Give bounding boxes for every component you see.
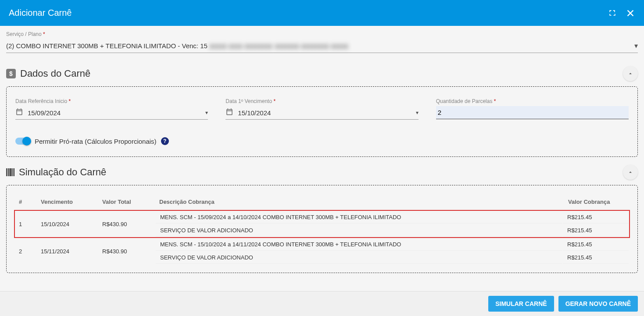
- dialog-header: Adicionar Carnê: [0, 0, 644, 26]
- table-subrow: MENS. SCM - 15/09/2024 a 14/10/2024 COMB…: [156, 211, 629, 224]
- servico-plano-field: Serviço / Plano * (2) COMBO INTERNET 300…: [6, 31, 638, 53]
- cell-descricao: MENS. SCM - 15/09/2024 a 14/10/2024 COMB…: [156, 211, 562, 224]
- cell-vencimento: 15/10/2024: [36, 210, 98, 238]
- cell-valor-cobranca: R$215.45: [563, 224, 629, 237]
- chevron-down-icon: ▾: [416, 110, 419, 116]
- cell-valor-total: R$430.90: [98, 238, 155, 265]
- gerar-novo-carne-button[interactable]: GERAR NOVO CARNÊ: [558, 296, 638, 312]
- col-vencimento: Vencimento: [36, 193, 98, 210]
- cell-valor-cobranca: R$215.45: [563, 238, 629, 251]
- cell-valor-cobranca: R$215.45: [563, 211, 629, 224]
- simulacao-section: Simulação do Carnê # Vencimento Valor To…: [6, 165, 638, 273]
- col-valor-cobranca: Valor Cobrança: [564, 193, 630, 210]
- table-row: 2 15/11/2024 R$430.90 MENS. SCM - 15/10/…: [14, 238, 630, 265]
- dialog-footer: SIMULAR CARNÊ GERAR NOVO CARNÊ: [0, 291, 644, 312]
- pro-rata-toggle-row: Permitir Pró-rata (Cálculos Proporcionai…: [15, 137, 629, 145]
- cell-valor-cobranca: R$215.45: [563, 252, 629, 264]
- data-vencimento-value: 15/10/2024: [238, 109, 415, 117]
- table-subrow: SERVIÇO DE VALOR ADICIONADO R$215.45: [156, 252, 629, 264]
- pro-rata-label: Permitir Pró-rata (Cálculos Proporcionai…: [35, 138, 157, 145]
- simular-carne-button[interactable]: SIMULAR CARNÊ: [488, 296, 554, 312]
- data-referencia-input[interactable]: 15/09/2024 ▾: [15, 106, 208, 120]
- calendar-icon: [225, 108, 233, 117]
- parcelas-field: Quantidade de Parcelas *: [436, 98, 629, 120]
- cell-descricao: SERVIÇO DE VALOR ADICIONADO: [156, 224, 562, 237]
- cell-descricao: MENS. SCM - 15/10/2024 a 14/11/2024 COMB…: [156, 238, 562, 251]
- collapse-simulacao-button[interactable]: [623, 165, 638, 180]
- col-descricao: Descrição Cobrança: [155, 193, 564, 210]
- simulacao-table: # Vencimento Valor Total Descrição Cobra…: [14, 193, 630, 265]
- calendar-icon: [15, 108, 23, 117]
- cell-vencimento: 15/11/2024: [36, 238, 98, 265]
- col-num: #: [14, 193, 36, 210]
- cell-num: 2: [14, 238, 36, 265]
- servico-plano-select[interactable]: (2) COMBO INTERNET 300MB + TELEFONIA ILI…: [6, 39, 638, 53]
- parcelas-label: Quantidade de Parcelas *: [436, 98, 629, 104]
- collapse-dados-button[interactable]: [623, 66, 638, 81]
- table-row: 1 15/10/2024 R$430.90 MENS. SCM - 15/09/…: [14, 210, 630, 238]
- data-vencimento-input[interactable]: 15/10/2024 ▾: [225, 106, 418, 120]
- data-vencimento-label: Data 1º Vencimento *: [225, 98, 418, 104]
- simulacao-title: Simulação do Carnê: [19, 167, 106, 178]
- cell-num: 1: [14, 210, 36, 238]
- servico-plano-label: Serviço / Plano *: [6, 31, 638, 37]
- data-referencia-value: 15/09/2024: [28, 109, 205, 117]
- col-valor-total: Valor Total: [98, 193, 155, 210]
- servico-plano-value: (2) COMBO INTERNET 300MB + TELEFONIA ILI…: [6, 42, 634, 50]
- pro-rata-toggle[interactable]: [15, 138, 30, 145]
- parcelas-input[interactable]: [436, 106, 629, 119]
- dados-carne-title: Dados do Carnê: [20, 68, 90, 79]
- data-referencia-label: Data Referência Inicio *: [15, 98, 208, 104]
- simulacao-panel: # Vencimento Valor Total Descrição Cobra…: [6, 185, 638, 273]
- cell-valor-total: R$430.90: [98, 210, 155, 238]
- dollar-icon: $: [6, 69, 16, 78]
- dados-carne-section: $ Dados do Carnê Data Referência Inicio …: [6, 66, 638, 157]
- barcode-icon: [6, 168, 14, 176]
- dados-carne-panel: Data Referência Inicio * 15/09/2024 ▾ Da…: [6, 86, 638, 157]
- header-actions: [608, 8, 635, 18]
- fullscreen-icon[interactable]: [608, 9, 617, 18]
- redacted-text: ▮▮▮▮▮ ▮▮▮▮ ▮▮▮▮▮▮▮▮ ▮▮▮▮▮▮▮ ▮▮▮▮▮▮▮▮ ▮▮▮…: [209, 42, 348, 50]
- close-icon[interactable]: [626, 8, 635, 18]
- chevron-down-icon: ▾: [205, 110, 208, 116]
- dialog-title: Adicionar Carnê: [9, 8, 72, 18]
- data-referencia-field: Data Referência Inicio * 15/09/2024 ▾: [15, 98, 208, 120]
- chevron-down-icon: ▾: [634, 42, 638, 50]
- table-subrow: SERVIÇO DE VALOR ADICIONADO R$215.45: [156, 224, 629, 237]
- data-vencimento-field: Data 1º Vencimento * 15/10/2024 ▾: [225, 98, 418, 120]
- cell-descricao: SERVIÇO DE VALOR ADICIONADO: [156, 252, 562, 264]
- help-icon[interactable]: ?: [161, 137, 169, 145]
- table-subrow: MENS. SCM - 15/10/2024 a 14/11/2024 COMB…: [156, 238, 629, 251]
